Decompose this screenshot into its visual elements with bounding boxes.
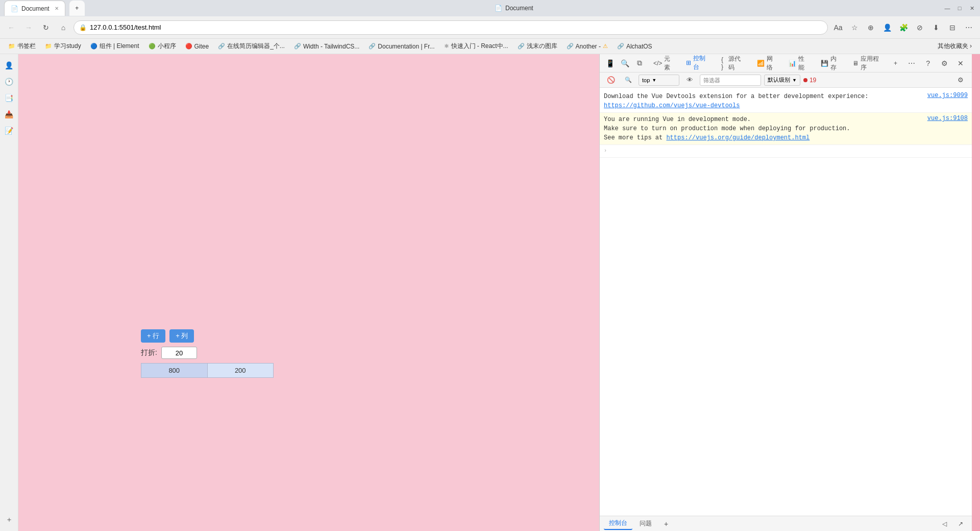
sidebar-icon-downloads[interactable]: 📥 bbox=[2, 107, 16, 122]
console-text-vue-warn: You are running Vue in development mode.… bbox=[604, 115, 923, 142]
downloads-toolbar-btn[interactable]: ⬇ bbox=[929, 20, 943, 35]
bookmark-element[interactable]: 🔵 组件 | Element bbox=[86, 40, 143, 52]
devtools-help-btn[interactable]: ? bbox=[921, 56, 935, 70]
tab-performance[interactable]: 📊 性能 bbox=[783, 54, 813, 74]
vue-warn-file[interactable]: vue.js:9108 bbox=[927, 115, 968, 122]
new-tab-btn[interactable]: + bbox=[69, 1, 85, 16]
sidebar-icon-add[interactable]: ＋ bbox=[2, 513, 16, 527]
btn-row: + 行 + 列 bbox=[141, 329, 274, 343]
history-toolbar-btn[interactable]: ⊘ bbox=[913, 20, 927, 35]
favorites-btn[interactable]: ☆ bbox=[847, 20, 862, 35]
sidebar-icon-collections[interactable]: 📑 bbox=[2, 91, 16, 105]
console-filter-toggle[interactable]: 🔍 bbox=[621, 73, 635, 87]
react-icon: ⚛ bbox=[444, 43, 449, 50]
bottom-tab-issues[interactable]: 问题 bbox=[634, 518, 657, 529]
console-clear-btn[interactable]: 🚫 bbox=[604, 73, 618, 87]
sidebar-icon-profile[interactable]: 👤 bbox=[2, 58, 16, 73]
bottom-console-label: 控制台 bbox=[609, 519, 627, 526]
devtools-inspect-btn[interactable]: 🔍 bbox=[619, 56, 631, 70]
bottom-tab-console[interactable]: 控制台 bbox=[604, 517, 632, 530]
add-row-btn[interactable]: + 行 bbox=[141, 329, 165, 343]
devtools-bottom-expand-left[interactable]: ◁ bbox=[937, 517, 951, 531]
sidebar-icon-notes[interactable]: 📝 bbox=[2, 124, 16, 138]
vue-devtools-link[interactable]: https://github.com/vuejs/vue-devtools bbox=[604, 102, 740, 109]
main-content: 👤 🕐 📑 📥 📝 ＋ + 行 + 列 打折: bbox=[0, 54, 980, 531]
add-panel-btn[interactable]: + bbox=[659, 517, 673, 531]
console-input-area[interactable] bbox=[611, 147, 968, 155]
tab-elements[interactable]: </> 元素 bbox=[648, 54, 679, 74]
tab-network[interactable]: 📶 网络 bbox=[752, 54, 781, 74]
url-input[interactable] bbox=[90, 23, 822, 31]
console-line-vue-devtools: Download the Vue Devtools extension for … bbox=[600, 90, 972, 113]
sidebar-icon-history[interactable]: 🕐 bbox=[2, 75, 16, 89]
close-btn[interactable]: ✕ bbox=[968, 4, 976, 12]
page-content: + 行 + 列 打折: 800 200 bbox=[18, 54, 599, 531]
data-table: 800 200 bbox=[141, 363, 274, 378]
devtools-more-btn[interactable]: ⋯ bbox=[904, 56, 919, 70]
bookmark-docs[interactable]: 🔗 Documentation | Fr... bbox=[364, 41, 438, 52]
more-btn[interactable]: ⋯ bbox=[962, 20, 976, 35]
bookmark-study[interactable]: 📁 学习study bbox=[41, 40, 85, 52]
tab-close-btn[interactable]: ✕ bbox=[55, 6, 59, 11]
devtools-bottom-expand-right[interactable]: ↗ bbox=[953, 517, 968, 531]
devtools-settings-btn[interactable]: ⚙ bbox=[937, 56, 951, 70]
table-cell-200: 200 bbox=[207, 364, 274, 378]
devtools-right-controls: ⋯ ? ⚙ ✕ bbox=[904, 56, 968, 70]
extensions-btn[interactable]: 🧩 bbox=[896, 20, 911, 35]
console-eye-btn[interactable]: 👁 bbox=[682, 73, 697, 87]
bookmarks-more-btn[interactable]: 其他收藏夹 › bbox=[934, 40, 976, 52]
bookmark-miniprogram[interactable]: 🟢 小程序 bbox=[144, 40, 180, 52]
tab-application[interactable]: 🖥 应用程序 bbox=[847, 54, 887, 74]
element-icon: 🔵 bbox=[90, 43, 97, 50]
home-btn[interactable]: ⌂ bbox=[56, 20, 70, 35]
discount-input[interactable] bbox=[161, 347, 197, 359]
forward-btn[interactable]: → bbox=[21, 20, 36, 35]
devtools-layers-btn[interactable]: ⧉ bbox=[633, 56, 646, 70]
tab-elements-label: 元素 bbox=[664, 55, 674, 72]
reader-mode-btn[interactable]: Aa bbox=[831, 20, 845, 35]
vue-devtools-file[interactable]: vue.js:9099 bbox=[927, 92, 968, 99]
bookmark-tailwind[interactable]: 🔗 Width - TailwindCS... bbox=[290, 41, 363, 52]
address-bar[interactable]: 🔒 bbox=[74, 20, 828, 35]
bookmark-resume-editor[interactable]: 🔗 在线简历编辑器_个... bbox=[214, 40, 289, 52]
bookmark-react[interactable]: ⚛ 快速入门 - React中... bbox=[440, 40, 512, 52]
sidebar-toggle-btn[interactable]: ⊟ bbox=[945, 20, 960, 35]
minimize-btn[interactable]: — bbox=[943, 4, 951, 12]
add-col-btn[interactable]: + 列 bbox=[169, 329, 194, 343]
tab-sources[interactable]: { } 源代码 bbox=[716, 54, 750, 74]
devtools-device-btn[interactable]: 📱 bbox=[604, 56, 617, 70]
console-filter-input[interactable] bbox=[700, 75, 761, 86]
devtools-gear-btn[interactable]: ⚙ bbox=[953, 73, 968, 87]
bookmark-bookmarks[interactable]: 📁 书签栏 bbox=[4, 40, 40, 52]
page-title-icon: 📄 bbox=[495, 5, 502, 12]
maximize-btn[interactable]: □ bbox=[955, 4, 964, 12]
title-bar: 📄 Document ✕ + 📄 Document — □ ✕ bbox=[0, 0, 980, 16]
bookmark-another[interactable]: 🔗 Another - ⚠ bbox=[562, 41, 612, 52]
tab-memory[interactable]: 💾 内存 bbox=[816, 54, 845, 74]
profile-toolbar-btn[interactable]: 👤 bbox=[880, 20, 894, 35]
table-row: 800 200 bbox=[141, 364, 274, 378]
performance-icon: 📊 bbox=[789, 60, 796, 67]
console-prompt-line[interactable]: › bbox=[600, 145, 972, 158]
bookmarks-bar: 📁 书签栏 📁 学习study 🔵 组件 | Element 🟢 小程序 🔴 G… bbox=[0, 39, 980, 54]
vue-deployment-link[interactable]: https://vuejs.org/guide/deployment.html bbox=[666, 134, 810, 141]
back-btn[interactable]: ← bbox=[4, 20, 18, 35]
tab-console[interactable]: ⊞ 控制台 bbox=[681, 54, 714, 75]
tab-add[interactable]: + bbox=[889, 58, 902, 69]
tab-icon: 📄 bbox=[11, 5, 18, 12]
webpage-area: + 行 + 列 打折: 800 200 bbox=[18, 54, 599, 531]
top-selector[interactable]: top ▼ bbox=[639, 75, 679, 86]
collections-btn[interactable]: ⊕ bbox=[864, 20, 878, 35]
another-icon: 🔗 bbox=[567, 43, 574, 50]
level-selector[interactable]: 默认级别 ▼ bbox=[764, 75, 800, 86]
refresh-btn[interactable]: ↻ bbox=[39, 20, 53, 35]
active-tab[interactable]: 📄 Document ✕ bbox=[4, 1, 65, 16]
devtools-close-btn[interactable]: ✕ bbox=[953, 56, 968, 70]
devtools-bottom-bar: 控制台 问题 + ◁ ↗ bbox=[600, 516, 972, 531]
tab-performance-label: 性能 bbox=[798, 55, 808, 72]
tab-console-label: 控制台 bbox=[693, 54, 709, 71]
bookmark-gitee[interactable]: 🔴 Gitee bbox=[181, 41, 213, 52]
console-content: Download the Vue Devtools extension for … bbox=[600, 88, 972, 516]
bookmark-gallery[interactable]: 🔗 浅末の图库 bbox=[513, 40, 561, 52]
bookmark-alchat[interactable]: 🔗 AlchatOS bbox=[613, 41, 656, 52]
